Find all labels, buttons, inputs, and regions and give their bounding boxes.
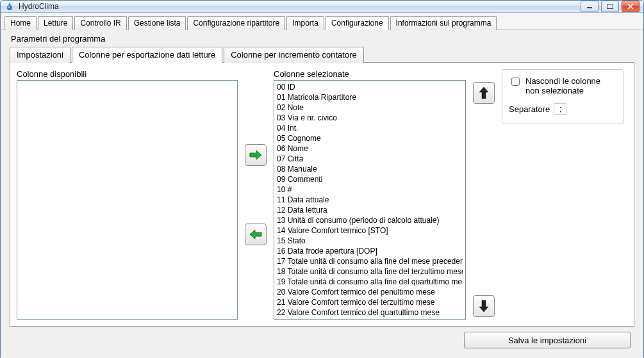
- move-left-button[interactable]: [245, 224, 267, 245]
- list-item[interactable]: 15 Stato: [277, 236, 463, 246]
- available-columns-list[interactable]: [17, 80, 238, 320]
- list-item[interactable]: 19 Totale unità di consumo alla fine del…: [277, 277, 463, 287]
- list-item[interactable]: 20 Valore Comfort termico del penultimo …: [277, 287, 463, 297]
- list-item[interactable]: 11 Data attuale: [277, 195, 463, 205]
- list-item[interactable]: 13 Unità di consumo (periodo di calcolo …: [277, 215, 463, 225]
- window-controls: [581, 1, 640, 12]
- list-item[interactable]: 07 Città: [277, 154, 463, 164]
- group-title: Parametri del programma: [6, 33, 638, 46]
- window-title: HydroClima: [19, 2, 59, 11]
- footer: Salva le impostazioni: [6, 327, 638, 355]
- app-icon: [4, 1, 15, 12]
- available-columns-label: Colonne disponibili: [17, 69, 238, 79]
- svg-rect-3: [607, 4, 613, 9]
- list-item[interactable]: 02 Note: [277, 102, 463, 113]
- hide-unselected-label: Nascondi le colonne non selezionate: [525, 76, 616, 95]
- hide-unselected-checkbox[interactable]: [511, 77, 520, 86]
- main-tab-3[interactable]: Gestione lista: [128, 16, 186, 30]
- main-tab-4[interactable]: Configurazione ripartitore: [187, 16, 285, 30]
- minimize-button[interactable]: [581, 1, 599, 12]
- main-tab-5[interactable]: Importa: [286, 16, 324, 30]
- main-tab-6[interactable]: Configurazione: [326, 16, 389, 30]
- sub-tab-0[interactable]: Impostazioni: [10, 47, 70, 63]
- move-down-button[interactable]: [473, 295, 495, 317]
- list-item[interactable]: 09 Commenti: [277, 174, 463, 184]
- move-buttons-column: [243, 69, 268, 320]
- main-tabs: HomeLettureControllo IRGestione listaCon…: [1, 13, 643, 30]
- move-right-button[interactable]: [245, 144, 267, 166]
- list-item[interactable]: 05 Cognome: [277, 133, 463, 143]
- main-tab-0[interactable]: Home: [4, 16, 37, 30]
- close-button[interactable]: [622, 1, 640, 12]
- side-options-box: Nascondi le colonne non selezionate Sepa…: [502, 69, 623, 124]
- main-tab-2[interactable]: Controllo IR: [74, 16, 126, 30]
- sub-tabs: ImpostazioniColonne per esportazione dat…: [6, 46, 638, 62]
- list-item[interactable]: 12 Data lettura: [277, 205, 463, 215]
- separator-label: Separatore: [509, 104, 550, 114]
- main-tab-1[interactable]: Letture: [38, 16, 73, 30]
- move-up-button[interactable]: [473, 82, 495, 104]
- selected-columns-label: Colonne selezionate: [274, 69, 466, 79]
- list-item[interactable]: 06 Nome: [277, 143, 463, 154]
- list-item[interactable]: 00 ID: [277, 82, 463, 92]
- svg-rect-2: [587, 7, 592, 8]
- reorder-buttons-column: [471, 69, 497, 320]
- sub-tab-2[interactable]: Colonne per incremento contatore: [224, 47, 364, 63]
- main-tab-7[interactable]: Informazioni sul programma: [390, 16, 497, 30]
- maximize-button[interactable]: [601, 1, 619, 12]
- list-item[interactable]: 18 Totale unità di consumo alla fine del…: [277, 266, 463, 277]
- side-panel: Nascondi le colonne non selezionate Sepa…: [502, 69, 623, 320]
- titlebar: HydroClima: [1, 1, 643, 13]
- list-item[interactable]: 16 Data frode apertura [DOP]: [277, 246, 463, 256]
- list-item[interactable]: 10 #: [277, 184, 463, 195]
- svg-point-0: [7, 5, 12, 10]
- list-item[interactable]: 08 Manuale: [277, 164, 463, 174]
- list-item[interactable]: 03 Via e nr. civico: [277, 113, 463, 123]
- list-item[interactable]: 22 Valore Comfort termico del quartultim…: [277, 307, 463, 318]
- save-button[interactable]: Salva le impostazioni: [464, 332, 631, 348]
- app-window: HydroClima HomeLettureControllo IRGestio…: [0, 0, 644, 358]
- sub-tab-1[interactable]: Colonne per esportazione dati letture: [72, 47, 222, 63]
- list-item[interactable]: 17 Totale unità di consumo alla fine del…: [277, 256, 463, 266]
- svg-point-1: [8, 6, 10, 8]
- list-item[interactable]: 04 Int.: [277, 123, 463, 133]
- list-item[interactable]: 14 Valore Comfort termico [STO]: [277, 225, 463, 236]
- selected-columns-list[interactable]: 00 ID01 Matricola Ripartitore02 Note03 V…: [274, 80, 466, 320]
- separator-input[interactable]: [554, 103, 566, 115]
- config-panel: Colonne disponibili Colonne selezionate: [10, 62, 634, 327]
- list-item[interactable]: 21 Valore Comfort termico del terzultimo…: [277, 297, 463, 307]
- content-area: Parametri del programma ImpostazioniColo…: [1, 30, 643, 358]
- list-item[interactable]: 01 Matricola Ripartitore: [277, 92, 463, 102]
